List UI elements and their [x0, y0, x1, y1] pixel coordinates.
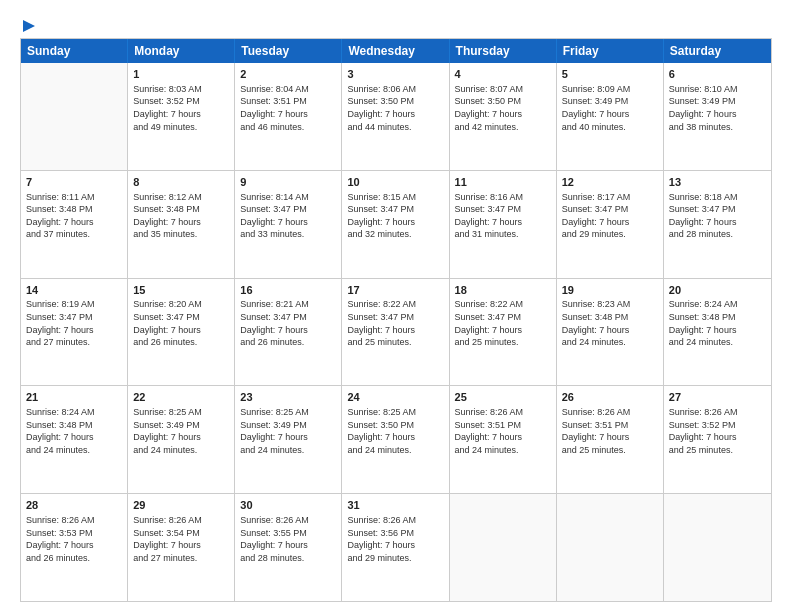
calendar-cell [664, 494, 771, 601]
cell-info: Sunrise: 8:16 AM Sunset: 3:47 PM Dayligh… [455, 191, 551, 241]
calendar-header: SundayMondayTuesdayWednesdayThursdayFrid… [21, 39, 771, 63]
calendar-cell: 11Sunrise: 8:16 AM Sunset: 3:47 PM Dayli… [450, 171, 557, 278]
cell-info: Sunrise: 8:18 AM Sunset: 3:47 PM Dayligh… [669, 191, 766, 241]
svg-marker-0 [23, 20, 35, 32]
day-number: 30 [240, 498, 336, 513]
calendar-cell: 5Sunrise: 8:09 AM Sunset: 3:49 PM Daylig… [557, 63, 664, 170]
cell-info: Sunrise: 8:26 AM Sunset: 3:53 PM Dayligh… [26, 514, 122, 564]
day-number: 8 [133, 175, 229, 190]
calendar-cell: 9Sunrise: 8:14 AM Sunset: 3:47 PM Daylig… [235, 171, 342, 278]
weekday-header: Friday [557, 39, 664, 63]
calendar-cell: 4Sunrise: 8:07 AM Sunset: 3:50 PM Daylig… [450, 63, 557, 170]
day-number: 22 [133, 390, 229, 405]
day-number: 6 [669, 67, 766, 82]
calendar-cell: 1Sunrise: 8:03 AM Sunset: 3:52 PM Daylig… [128, 63, 235, 170]
calendar-cell: 16Sunrise: 8:21 AM Sunset: 3:47 PM Dayli… [235, 279, 342, 386]
calendar-cell [450, 494, 557, 601]
cell-info: Sunrise: 8:26 AM Sunset: 3:52 PM Dayligh… [669, 406, 766, 456]
day-number: 5 [562, 67, 658, 82]
calendar-row: 1Sunrise: 8:03 AM Sunset: 3:52 PM Daylig… [21, 63, 771, 171]
calendar-cell: 6Sunrise: 8:10 AM Sunset: 3:49 PM Daylig… [664, 63, 771, 170]
day-number: 13 [669, 175, 766, 190]
calendar-cell: 26Sunrise: 8:26 AM Sunset: 3:51 PM Dayli… [557, 386, 664, 493]
calendar-cell: 10Sunrise: 8:15 AM Sunset: 3:47 PM Dayli… [342, 171, 449, 278]
day-number: 16 [240, 283, 336, 298]
cell-info: Sunrise: 8:21 AM Sunset: 3:47 PM Dayligh… [240, 298, 336, 348]
weekday-header: Tuesday [235, 39, 342, 63]
cell-info: Sunrise: 8:24 AM Sunset: 3:48 PM Dayligh… [26, 406, 122, 456]
calendar-cell: 20Sunrise: 8:24 AM Sunset: 3:48 PM Dayli… [664, 279, 771, 386]
calendar-cell: 7Sunrise: 8:11 AM Sunset: 3:48 PM Daylig… [21, 171, 128, 278]
calendar: SundayMondayTuesdayWednesdayThursdayFrid… [20, 38, 772, 602]
cell-info: Sunrise: 8:14 AM Sunset: 3:47 PM Dayligh… [240, 191, 336, 241]
weekday-header: Saturday [664, 39, 771, 63]
weekday-header: Thursday [450, 39, 557, 63]
calendar-cell: 8Sunrise: 8:12 AM Sunset: 3:48 PM Daylig… [128, 171, 235, 278]
day-number: 10 [347, 175, 443, 190]
cell-info: Sunrise: 8:26 AM Sunset: 3:51 PM Dayligh… [562, 406, 658, 456]
calendar-cell: 13Sunrise: 8:18 AM Sunset: 3:47 PM Dayli… [664, 171, 771, 278]
cell-info: Sunrise: 8:23 AM Sunset: 3:48 PM Dayligh… [562, 298, 658, 348]
day-number: 24 [347, 390, 443, 405]
calendar-cell: 28Sunrise: 8:26 AM Sunset: 3:53 PM Dayli… [21, 494, 128, 601]
calendar-cell: 14Sunrise: 8:19 AM Sunset: 3:47 PM Dayli… [21, 279, 128, 386]
day-number: 14 [26, 283, 122, 298]
calendar-cell [557, 494, 664, 601]
cell-info: Sunrise: 8:26 AM Sunset: 3:54 PM Dayligh… [133, 514, 229, 564]
logo [20, 16, 39, 30]
cell-info: Sunrise: 8:11 AM Sunset: 3:48 PM Dayligh… [26, 191, 122, 241]
calendar-cell: 2Sunrise: 8:04 AM Sunset: 3:51 PM Daylig… [235, 63, 342, 170]
cell-info: Sunrise: 8:03 AM Sunset: 3:52 PM Dayligh… [133, 83, 229, 133]
cell-info: Sunrise: 8:15 AM Sunset: 3:47 PM Dayligh… [347, 191, 443, 241]
day-number: 4 [455, 67, 551, 82]
day-number: 23 [240, 390, 336, 405]
calendar-row: 14Sunrise: 8:19 AM Sunset: 3:47 PM Dayli… [21, 279, 771, 387]
day-number: 7 [26, 175, 122, 190]
calendar-cell: 29Sunrise: 8:26 AM Sunset: 3:54 PM Dayli… [128, 494, 235, 601]
cell-info: Sunrise: 8:25 AM Sunset: 3:50 PM Dayligh… [347, 406, 443, 456]
logo-flag-icon [21, 18, 39, 36]
day-number: 2 [240, 67, 336, 82]
cell-info: Sunrise: 8:25 AM Sunset: 3:49 PM Dayligh… [133, 406, 229, 456]
day-number: 17 [347, 283, 443, 298]
cell-info: Sunrise: 8:19 AM Sunset: 3:47 PM Dayligh… [26, 298, 122, 348]
cell-info: Sunrise: 8:07 AM Sunset: 3:50 PM Dayligh… [455, 83, 551, 133]
cell-info: Sunrise: 8:04 AM Sunset: 3:51 PM Dayligh… [240, 83, 336, 133]
day-number: 15 [133, 283, 229, 298]
calendar-cell: 27Sunrise: 8:26 AM Sunset: 3:52 PM Dayli… [664, 386, 771, 493]
calendar-cell: 25Sunrise: 8:26 AM Sunset: 3:51 PM Dayli… [450, 386, 557, 493]
cell-info: Sunrise: 8:09 AM Sunset: 3:49 PM Dayligh… [562, 83, 658, 133]
day-number: 20 [669, 283, 766, 298]
calendar-cell: 21Sunrise: 8:24 AM Sunset: 3:48 PM Dayli… [21, 386, 128, 493]
day-number: 28 [26, 498, 122, 513]
day-number: 19 [562, 283, 658, 298]
day-number: 3 [347, 67, 443, 82]
day-number: 1 [133, 67, 229, 82]
cell-info: Sunrise: 8:22 AM Sunset: 3:47 PM Dayligh… [455, 298, 551, 348]
day-number: 27 [669, 390, 766, 405]
calendar-cell: 30Sunrise: 8:26 AM Sunset: 3:55 PM Dayli… [235, 494, 342, 601]
cell-info: Sunrise: 8:20 AM Sunset: 3:47 PM Dayligh… [133, 298, 229, 348]
day-number: 18 [455, 283, 551, 298]
cell-info: Sunrise: 8:24 AM Sunset: 3:48 PM Dayligh… [669, 298, 766, 348]
calendar-cell: 18Sunrise: 8:22 AM Sunset: 3:47 PM Dayli… [450, 279, 557, 386]
calendar-cell: 15Sunrise: 8:20 AM Sunset: 3:47 PM Dayli… [128, 279, 235, 386]
calendar-cell [21, 63, 128, 170]
cell-info: Sunrise: 8:06 AM Sunset: 3:50 PM Dayligh… [347, 83, 443, 133]
calendar-cell: 17Sunrise: 8:22 AM Sunset: 3:47 PM Dayli… [342, 279, 449, 386]
cell-info: Sunrise: 8:26 AM Sunset: 3:56 PM Dayligh… [347, 514, 443, 564]
cell-info: Sunrise: 8:12 AM Sunset: 3:48 PM Dayligh… [133, 191, 229, 241]
day-number: 9 [240, 175, 336, 190]
calendar-cell: 22Sunrise: 8:25 AM Sunset: 3:49 PM Dayli… [128, 386, 235, 493]
weekday-header: Monday [128, 39, 235, 63]
calendar-cell: 12Sunrise: 8:17 AM Sunset: 3:47 PM Dayli… [557, 171, 664, 278]
day-number: 25 [455, 390, 551, 405]
calendar-cell: 19Sunrise: 8:23 AM Sunset: 3:48 PM Dayli… [557, 279, 664, 386]
day-number: 29 [133, 498, 229, 513]
cell-info: Sunrise: 8:17 AM Sunset: 3:47 PM Dayligh… [562, 191, 658, 241]
day-number: 12 [562, 175, 658, 190]
day-number: 26 [562, 390, 658, 405]
cell-info: Sunrise: 8:22 AM Sunset: 3:47 PM Dayligh… [347, 298, 443, 348]
calendar-row: 28Sunrise: 8:26 AM Sunset: 3:53 PM Dayli… [21, 494, 771, 601]
cell-info: Sunrise: 8:26 AM Sunset: 3:55 PM Dayligh… [240, 514, 336, 564]
